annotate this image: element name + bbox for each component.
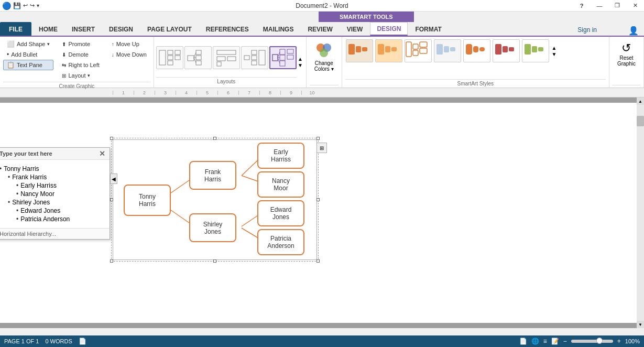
sel-handle-ml[interactable] [110, 198, 113, 201]
svg-rect-18 [252, 50, 257, 55]
scroll-down-arrow[interactable]: ▼ [637, 321, 644, 328]
style-item-7[interactable] [522, 39, 549, 62]
node-frank[interactable]: Frank Harris [189, 161, 236, 190]
restore-button[interactable]: ❐ [608, 0, 626, 12]
tab-design-main[interactable]: DESIGN [102, 22, 140, 36]
layout-item-2[interactable] [184, 46, 212, 69]
node-nancy[interactable]: Nancy Moor [257, 171, 304, 198]
list-item: •Tonny Harris [0, 165, 105, 172]
add-bullet-button[interactable]: • Add Bullet [3, 49, 53, 60]
sel-handle-tc[interactable] [213, 137, 216, 140]
layout-scroll-up[interactable]: ▲ [297, 56, 304, 62]
zoom-out-button[interactable]: − [563, 338, 567, 345]
change-colors-group: Change Colors ▾ [307, 37, 342, 88]
layout-item-4[interactable] [241, 46, 268, 69]
tab-view[interactable]: VIEW [340, 22, 370, 36]
style-scroll-down[interactable]: ▼ [551, 51, 558, 57]
style-item-1[interactable] [346, 39, 373, 62]
profile-icon: 👤 [628, 26, 644, 36]
style-item-5[interactable] [463, 39, 490, 62]
tab-mailings[interactable]: MAILINGS [256, 22, 301, 36]
view-web-icon[interactable]: 🌐 [531, 338, 539, 345]
style-scroll-up[interactable]: ▲ [551, 45, 558, 51]
document-area: ▲ ▼ Type your text here ✕ •Tonny Harris … [0, 97, 644, 328]
svg-rect-3 [168, 61, 173, 65]
text-pane-header: Type your text here ✕ [0, 148, 110, 160]
tab-home[interactable]: HOME [32, 22, 64, 36]
smartart-diagram[interactable]: Tonny Harris Frank Harris Shirley Jones … [113, 139, 317, 260]
node-shirley[interactable]: Shirley Jones [189, 213, 236, 242]
redo-icon[interactable]: ↪ [30, 2, 35, 9]
undo-icon[interactable]: ↩ [23, 2, 28, 9]
svg-rect-42 [413, 50, 418, 56]
scroll-track[interactable] [637, 105, 644, 321]
tab-file[interactable]: FILE [0, 22, 31, 36]
sel-handle-br[interactable] [316, 259, 320, 263]
tab-format[interactable]: FORMAT [408, 22, 448, 36]
reset-graphic-button[interactable]: ↺ Reset Graphic [613, 39, 640, 69]
node-tonny[interactable]: Tonny Harris [124, 185, 171, 216]
layout-item-3[interactable] [213, 46, 240, 69]
tab-review[interactable]: REVIEW [301, 22, 339, 36]
diagram-layout-button[interactable]: ⊞ [316, 143, 327, 153]
customize-icon[interactable]: ▾ [37, 3, 39, 8]
title-bar: 🔵 💾 ↩ ↪ ▾ Document2 - Word ? — ❐ ✕ [0, 0, 644, 12]
sel-handle-tl[interactable] [110, 137, 113, 140]
add-shape-button[interactable]: ⬜ Add Shape ▾ [3, 39, 53, 49]
view-draft-icon[interactable]: 📝 [551, 338, 559, 345]
text-pane-button[interactable]: 📋 Text Pane [3, 60, 53, 70]
layout-scroll-down[interactable]: ▼ [297, 62, 304, 69]
view-print-icon[interactable]: 📄 [519, 338, 527, 345]
promote-button[interactable]: ⬆ Promote [58, 39, 103, 49]
help-button[interactable]: ? [573, 0, 591, 12]
style-item-4[interactable] [434, 39, 461, 62]
sel-handle-bl[interactable] [110, 259, 113, 263]
text-pane-close-button[interactable]: ✕ [99, 150, 105, 157]
layout-item-1[interactable] [156, 46, 183, 69]
node-early[interactable]: Early Harriss [257, 143, 304, 169]
svg-rect-56 [538, 47, 543, 51]
layout-button[interactable]: ⊞ Layout ▾ [58, 70, 103, 81]
scroll-up-arrow[interactable]: ▲ [637, 97, 644, 105]
move-down-button[interactable]: ↓ Move Down [108, 49, 150, 60]
zoom-thumb[interactable] [596, 338, 603, 344]
sel-handle-tr[interactable] [316, 137, 320, 140]
tab-insert[interactable]: INSERT [65, 22, 102, 36]
scroll-thumb[interactable] [637, 116, 644, 126]
demote-button[interactable]: ⬇ Demote [58, 49, 103, 60]
zoom-slider[interactable] [571, 340, 613, 343]
close-button[interactable]: ✕ [626, 0, 644, 12]
reset-label: Reset [619, 55, 633, 61]
node-patricia[interactable]: Patricia Anderson [257, 229, 304, 255]
sel-handle-mr[interactable] [316, 198, 320, 201]
zoom-in-button[interactable]: + [617, 338, 621, 345]
pane-collapse-button[interactable]: ◀ [110, 174, 117, 184]
sel-handle-bc[interactable] [213, 259, 216, 263]
create-graphic-buttons: ⬜ Add Shape ▾ • Add Bullet 📋 Text Pane ⬆… [3, 39, 150, 81]
svg-rect-6 [188, 56, 194, 61]
change-colors-button[interactable]: Change Colors ▾ [310, 39, 339, 74]
doc-status-icon: 📄 [79, 338, 86, 345]
right-to-left-button[interactable]: ⇆ Right to Left [58, 60, 103, 70]
layouts-group: Layouts ▲ ▼ [154, 37, 307, 88]
layout-item-5[interactable] [269, 46, 297, 69]
style-item-6[interactable] [493, 39, 520, 62]
svg-rect-49 [473, 46, 478, 52]
style-item-3[interactable] [405, 39, 432, 62]
add-shape-dropdown[interactable]: ▾ [47, 41, 50, 47]
signin-button[interactable]: Sign in [577, 26, 628, 36]
save-icon[interactable]: 💾 [13, 2, 21, 9]
vertical-scrollbar[interactable]: ▲ ▼ [637, 97, 644, 328]
text-pane-icon: 📋 [7, 61, 15, 69]
tab-page-layout[interactable]: PAGE LAYOUT [140, 22, 199, 36]
view-outline-icon[interactable]: ≡ [543, 338, 547, 345]
layout-dropdown[interactable]: ▾ [88, 73, 90, 78]
minimize-button[interactable]: — [591, 0, 608, 12]
svg-rect-51 [495, 44, 501, 55]
tab-design-active[interactable]: DESIGN [370, 22, 408, 36]
style-item-2[interactable] [375, 39, 402, 62]
svg-point-33 [320, 49, 328, 57]
node-edward[interactable]: Edward Jones [257, 200, 304, 226]
tab-references[interactable]: REFERENCES [199, 22, 256, 36]
move-up-button[interactable]: ↑ Move Up [108, 39, 150, 49]
